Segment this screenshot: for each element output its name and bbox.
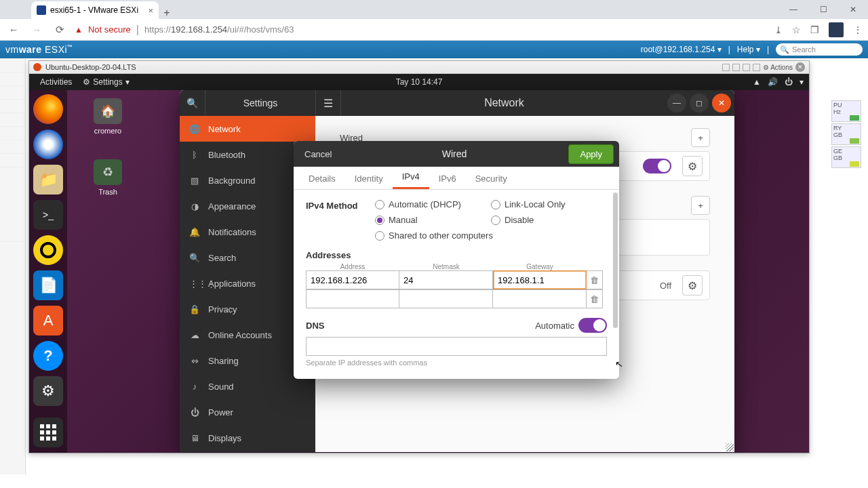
refresh-button[interactable]: ⟳: [52, 24, 68, 36]
console-btn-3[interactable]: [743, 64, 750, 71]
console-btn-4[interactable]: [753, 64, 760, 71]
extensions-icon[interactable]: ❐: [810, 24, 819, 35]
activities-button[interactable]: Activities: [35, 77, 77, 87]
radio-icon: [491, 216, 500, 225]
tab-details[interactable]: Details: [299, 168, 345, 189]
delete-row-button[interactable]: 🗑: [587, 289, 603, 308]
tab-ipv6[interactable]: IPv6: [429, 168, 466, 189]
esxi-help[interactable]: Help ▾: [737, 45, 760, 54]
gnome-topbar[interactable]: Activities ⚙Settings ▾ Tay 10 14:47 ▲ 🔊 …: [29, 74, 809, 90]
delete-row-button[interactable]: 🗑: [587, 270, 603, 289]
addresses-label: Addresses: [306, 250, 607, 260]
address-input-empty[interactable]: [306, 289, 399, 308]
dns-hint: Separate IP addresses with commas: [306, 359, 607, 367]
ipv4-method-shared-to-other-computers[interactable]: Shared to other computers: [375, 230, 607, 241]
menu-icon[interactable]: ⋮: [853, 24, 863, 35]
radio-icon: [375, 200, 384, 209]
settings-maximize-button[interactable]: ◻: [690, 94, 709, 113]
address-input[interactable]: [306, 270, 399, 289]
ipv4-method-automatic-dhcp-[interactable]: Automatic (DHCP): [375, 199, 491, 209]
esxi-user[interactable]: root@192.168.1.254 ▾: [641, 45, 722, 54]
tab-ipv4[interactable]: IPv4: [393, 166, 429, 189]
add-vpn-button[interactable]: +: [691, 196, 710, 215]
power-icon: ⏻: [189, 407, 200, 418]
wired-settings-button[interactable]: ⚙: [682, 156, 703, 176]
netmask-input-empty[interactable]: [399, 289, 493, 308]
ubuntu-dock: 📁 >_ 📄 A ? ⚙: [29, 90, 67, 453]
proxy-settings-button[interactable]: ⚙: [682, 275, 703, 296]
background-icon: ▧: [189, 176, 200, 186]
netmask-input[interactable]: [399, 270, 493, 289]
volume-icon[interactable]: 🔊: [768, 77, 778, 87]
sidebar-item-power[interactable]: ⏻Power: [180, 399, 315, 425]
profile-avatar[interactable]: [829, 22, 844, 37]
power-icon[interactable]: ⏻: [785, 77, 793, 87]
esxi-search-input[interactable]: 🔍 Search: [776, 43, 863, 56]
sidebar-item-displays[interactable]: 🖥Displays: [180, 425, 315, 451]
address-bar[interactable]: ▲ Not secure | https://192.168.1.254/ui/…: [75, 24, 768, 36]
window-close-button[interactable]: ✕: [838, 0, 868, 19]
new-tab-button[interactable]: +: [159, 7, 175, 19]
dns-servers-input[interactable]: [306, 337, 607, 356]
clock[interactable]: Tay 10 14:47: [396, 77, 443, 87]
sound-icon: ♪: [189, 382, 200, 392]
dock-files[interactable]: 📁: [33, 165, 63, 195]
dock-software[interactable]: A: [33, 306, 63, 336]
bluetooth-icon: ᛒ: [189, 150, 200, 160]
vm-close-button[interactable]: ✕: [795, 62, 805, 72]
online-icon: ☁: [189, 330, 200, 340]
wired-toggle[interactable]: [643, 159, 671, 174]
network-status-icon[interactable]: ▲: [753, 77, 761, 87]
dock-firefox[interactable]: [33, 94, 63, 124]
dock-rhythmbox[interactable]: [33, 235, 63, 265]
dialog-tabs: DetailsIdentityIPv4IPv6Security: [294, 167, 619, 190]
gateway-input-empty[interactable]: [493, 289, 587, 308]
ipv4-method-disable[interactable]: Disable: [491, 215, 607, 225]
browser-tab[interactable]: esxi65-1 - VMware ESXi ×: [31, 1, 159, 19]
settings-menu-button[interactable]: ☰: [315, 90, 341, 116]
tab-identity[interactable]: Identity: [345, 168, 393, 189]
back-button[interactable]: ←: [5, 24, 22, 35]
apply-button[interactable]: Apply: [568, 144, 614, 164]
desktop-trash[interactable]: ♻Trash: [86, 159, 130, 196]
esxi-navigator[interactable]: [0, 58, 26, 474]
radio-icon: [375, 231, 384, 241]
install-icon[interactable]: ⤓: [774, 24, 783, 35]
topbar-app-menu[interactable]: ⚙Settings ▾: [77, 77, 134, 87]
dock-help[interactable]: ?: [33, 341, 63, 371]
ipv4-method-manual[interactable]: Manual: [375, 215, 491, 225]
resize-grip[interactable]: [726, 443, 734, 451]
dock-libreoffice[interactable]: 📄: [33, 270, 63, 300]
forward-button[interactable]: →: [28, 24, 45, 35]
sidebar-item-network[interactable]: 🌐Network: [180, 116, 315, 142]
scrollbar[interactable]: [613, 192, 618, 328]
dock-thunderbird[interactable]: [33, 129, 63, 159]
add-wired-button[interactable]: +: [691, 128, 710, 147]
dock-show-apps[interactable]: [33, 418, 63, 447]
console-btn-2[interactable]: [732, 64, 740, 71]
favorite-icon[interactable]: ☆: [792, 24, 801, 35]
appearance-icon: ◑: [189, 201, 200, 211]
dns-automatic-toggle[interactable]: [578, 318, 607, 333]
system-menu-chevron[interactable]: ▾: [800, 77, 804, 87]
window-minimize-button[interactable]: —: [778, 0, 808, 19]
proxy-off-label: Off: [660, 281, 671, 291]
settings-search-button[interactable]: 🔍: [180, 90, 205, 116]
dock-terminal[interactable]: >_: [33, 200, 63, 230]
vm-title: Ubuntu-Desktop-20-04.LTS: [45, 63, 136, 71]
cancel-button[interactable]: Cancel: [296, 149, 340, 159]
desktop-home-folder[interactable]: 🏠cromero: [86, 98, 130, 135]
tab-security[interactable]: Security: [466, 168, 517, 189]
console-btn-1[interactable]: [722, 64, 730, 71]
settings-close-button[interactable]: ✕: [712, 94, 731, 113]
ipv4-method-link-local-only[interactable]: Link-Local Only: [491, 199, 607, 209]
dialog-title: Wired: [340, 148, 568, 159]
vm-actions-menu[interactable]: ⚙Actions: [763, 64, 793, 71]
esxi-resource-chips: PUHz RYGB GEGB: [831, 100, 861, 169]
gateway-input[interactable]: [493, 270, 587, 289]
dock-settings[interactable]: ⚙: [33, 376, 63, 406]
close-tab-icon[interactable]: ×: [148, 5, 153, 16]
favicon: [37, 5, 46, 15]
window-maximize-button[interactable]: ☐: [808, 0, 838, 19]
settings-minimize-button[interactable]: —: [667, 94, 686, 113]
